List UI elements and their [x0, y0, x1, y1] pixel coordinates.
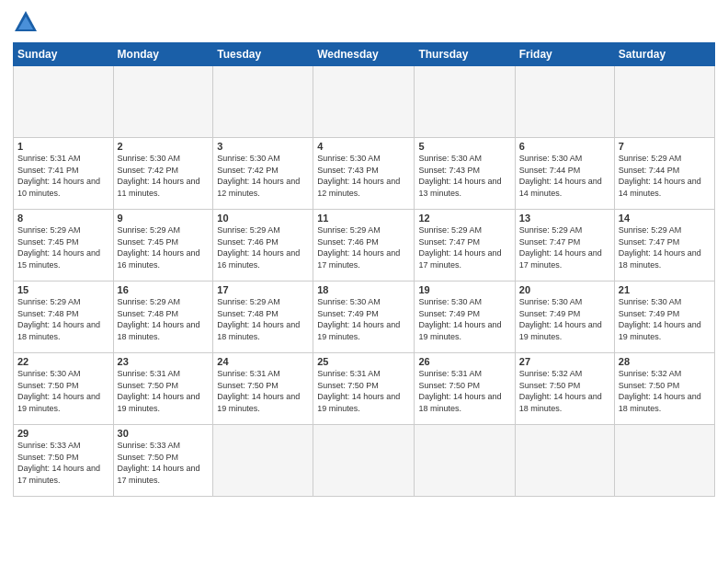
day-number: 18: [317, 284, 410, 295]
calendar-header-thursday: Thursday: [415, 43, 515, 66]
day-info: Sunrise: 5:30 AMSunset: 7:49 PMDaylight:…: [619, 296, 711, 342]
header: [13, 9, 715, 35]
day-info: Sunrise: 5:29 AMSunset: 7:48 PMDaylight:…: [17, 296, 109, 342]
day-info: Sunrise: 5:29 AMSunset: 7:44 PMDaylight:…: [619, 153, 711, 199]
calendar-cell: 1Sunrise: 5:31 AMSunset: 7:41 PMDaylight…: [14, 138, 114, 210]
calendar: SundayMondayTuesdayWednesdayThursdayFrid…: [13, 42, 715, 497]
day-number: 20: [519, 284, 610, 295]
calendar-cell: 3Sunrise: 5:30 AMSunset: 7:42 PMDaylight…: [213, 138, 313, 210]
logo-icon: [13, 9, 39, 35]
calendar-cell: [415, 425, 515, 497]
day-info: Sunrise: 5:30 AMSunset: 7:42 PMDaylight:…: [118, 153, 210, 199]
day-info: Sunrise: 5:32 AMSunset: 7:50 PMDaylight:…: [619, 368, 711, 414]
calendar-cell: 7Sunrise: 5:29 AMSunset: 7:44 PMDaylight…: [614, 138, 714, 210]
calendar-cell: 14Sunrise: 5:29 AMSunset: 7:47 PMDayligh…: [614, 210, 714, 282]
day-number: 23: [118, 356, 210, 367]
day-info: Sunrise: 5:29 AMSunset: 7:48 PMDaylight:…: [118, 296, 210, 342]
day-info: Sunrise: 5:31 AMSunset: 7:41 PMDaylight:…: [17, 153, 109, 199]
calendar-cell: 27Sunrise: 5:32 AMSunset: 7:50 PMDayligh…: [515, 353, 614, 425]
day-number: 14: [619, 213, 711, 224]
calendar-cell: 25Sunrise: 5:31 AMSunset: 7:50 PMDayligh…: [313, 353, 415, 425]
calendar-cell: 29Sunrise: 5:33 AMSunset: 7:50 PMDayligh…: [14, 425, 114, 497]
day-number: 9: [118, 213, 210, 224]
calendar-cell: 23Sunrise: 5:31 AMSunset: 7:50 PMDayligh…: [113, 353, 213, 425]
calendar-header-wednesday: Wednesday: [313, 43, 415, 66]
day-number: 5: [418, 141, 510, 152]
week-row-1: 1Sunrise: 5:31 AMSunset: 7:41 PMDaylight…: [14, 138, 715, 210]
day-number: 11: [317, 213, 410, 224]
calendar-cell: 19Sunrise: 5:30 AMSunset: 7:49 PMDayligh…: [415, 282, 515, 353]
calendar-cell: 17Sunrise: 5:29 AMSunset: 7:48 PMDayligh…: [213, 282, 313, 353]
day-info: Sunrise: 5:31 AMSunset: 7:50 PMDaylight:…: [118, 368, 210, 414]
day-number: 8: [17, 213, 109, 224]
calendar-cell: 24Sunrise: 5:31 AMSunset: 7:50 PMDayligh…: [213, 353, 313, 425]
calendar-cell: 12Sunrise: 5:29 AMSunset: 7:47 PMDayligh…: [415, 210, 515, 282]
day-info: Sunrise: 5:31 AMSunset: 7:50 PMDaylight:…: [317, 368, 410, 414]
calendar-cell: [614, 66, 714, 138]
day-number: 28: [619, 356, 711, 367]
calendar-cell: [313, 66, 415, 138]
day-number: 16: [118, 284, 210, 295]
day-number: 30: [118, 428, 210, 439]
day-number: 7: [619, 141, 711, 152]
week-row-5: 29Sunrise: 5:33 AMSunset: 7:50 PMDayligh…: [14, 425, 715, 497]
calendar-cell: [313, 425, 415, 497]
day-number: 15: [17, 284, 109, 295]
day-number: 22: [17, 356, 109, 367]
calendar-header-tuesday: Tuesday: [213, 43, 313, 66]
calendar-cell: 30Sunrise: 5:33 AMSunset: 7:50 PMDayligh…: [113, 425, 213, 497]
day-number: 24: [217, 356, 309, 367]
day-info: Sunrise: 5:30 AMSunset: 7:44 PMDaylight:…: [519, 153, 610, 199]
day-info: Sunrise: 5:31 AMSunset: 7:50 PMDaylight:…: [217, 368, 309, 414]
day-number: 25: [317, 356, 410, 367]
calendar-cell: 21Sunrise: 5:30 AMSunset: 7:49 PMDayligh…: [614, 282, 714, 353]
day-number: 29: [17, 428, 109, 439]
day-info: Sunrise: 5:29 AMSunset: 7:45 PMDaylight:…: [17, 224, 109, 270]
day-info: Sunrise: 5:30 AMSunset: 7:42 PMDaylight:…: [217, 153, 309, 199]
calendar-cell: 26Sunrise: 5:31 AMSunset: 7:50 PMDayligh…: [415, 353, 515, 425]
day-number: 2: [118, 141, 210, 152]
day-info: Sunrise: 5:30 AMSunset: 7:49 PMDaylight:…: [519, 296, 610, 342]
calendar-cell: 22Sunrise: 5:30 AMSunset: 7:50 PMDayligh…: [14, 353, 114, 425]
calendar-cell: 2Sunrise: 5:30 AMSunset: 7:42 PMDaylight…: [113, 138, 213, 210]
calendar-cell: 8Sunrise: 5:29 AMSunset: 7:45 PMDaylight…: [14, 210, 114, 282]
day-number: 17: [217, 284, 309, 295]
calendar-cell: 11Sunrise: 5:29 AMSunset: 7:46 PMDayligh…: [313, 210, 415, 282]
week-row-0: [14, 66, 715, 138]
day-info: Sunrise: 5:31 AMSunset: 7:50 PMDaylight:…: [418, 368, 510, 414]
logo: [13, 9, 42, 35]
calendar-cell: [415, 66, 515, 138]
calendar-cell: 18Sunrise: 5:30 AMSunset: 7:49 PMDayligh…: [313, 282, 415, 353]
day-number: 12: [418, 213, 510, 224]
calendar-cell: 10Sunrise: 5:29 AMSunset: 7:46 PMDayligh…: [213, 210, 313, 282]
day-info: Sunrise: 5:30 AMSunset: 7:50 PMDaylight:…: [17, 368, 109, 414]
day-number: 10: [217, 213, 309, 224]
day-number: 19: [418, 284, 510, 295]
calendar-cell: [14, 66, 114, 138]
calendar-cell: 20Sunrise: 5:30 AMSunset: 7:49 PMDayligh…: [515, 282, 614, 353]
calendar-cell: 6Sunrise: 5:30 AMSunset: 7:44 PMDaylight…: [515, 138, 614, 210]
day-number: 27: [519, 356, 610, 367]
page: SundayMondayTuesdayWednesdayThursdayFrid…: [0, 0, 728, 563]
day-info: Sunrise: 5:30 AMSunset: 7:49 PMDaylight:…: [317, 296, 410, 342]
calendar-header-sunday: Sunday: [14, 43, 114, 66]
week-row-4: 22Sunrise: 5:30 AMSunset: 7:50 PMDayligh…: [14, 353, 715, 425]
calendar-header-monday: Monday: [113, 43, 213, 66]
day-info: Sunrise: 5:30 AMSunset: 7:43 PMDaylight:…: [418, 153, 510, 199]
calendar-cell: [213, 66, 313, 138]
calendar-cell: [614, 425, 714, 497]
day-info: Sunrise: 5:29 AMSunset: 7:47 PMDaylight:…: [418, 224, 510, 270]
calendar-cell: [213, 425, 313, 497]
calendar-header-row: SundayMondayTuesdayWednesdayThursdayFrid…: [14, 43, 715, 66]
calendar-cell: 16Sunrise: 5:29 AMSunset: 7:48 PMDayligh…: [113, 282, 213, 353]
calendar-cell: 28Sunrise: 5:32 AMSunset: 7:50 PMDayligh…: [614, 353, 714, 425]
day-number: 3: [217, 141, 309, 152]
day-info: Sunrise: 5:29 AMSunset: 7:47 PMDaylight:…: [619, 224, 711, 270]
day-info: Sunrise: 5:29 AMSunset: 7:46 PMDaylight:…: [317, 224, 410, 270]
day-info: Sunrise: 5:30 AMSunset: 7:43 PMDaylight:…: [317, 153, 410, 199]
day-info: Sunrise: 5:33 AMSunset: 7:50 PMDaylight:…: [118, 440, 210, 486]
day-info: Sunrise: 5:29 AMSunset: 7:48 PMDaylight:…: [217, 296, 309, 342]
day-number: 21: [619, 284, 711, 295]
calendar-cell: 9Sunrise: 5:29 AMSunset: 7:45 PMDaylight…: [113, 210, 213, 282]
day-info: Sunrise: 5:29 AMSunset: 7:46 PMDaylight:…: [217, 224, 309, 270]
